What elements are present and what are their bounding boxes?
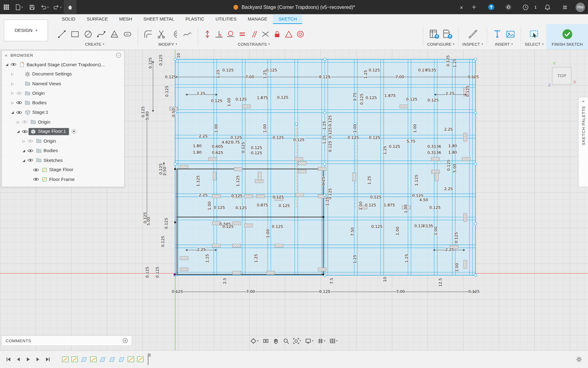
select-menu[interactable]: SELECT▾ [525,42,544,47]
visibility-eye-off-icon[interactable] [21,120,28,124]
skip-to-end-button[interactable] [45,357,50,362]
trim-tool-button[interactable] [155,27,168,41]
orbit-button[interactable]: ▾ [250,337,259,345]
job-status-button[interactable] [519,0,532,14]
apps-launcher-button[interactable] [558,0,571,14]
perpendicular-constraint-button[interactable] [213,27,225,41]
rectangle-tool-button[interactable] [69,27,81,41]
fit-button[interactable]: ▾ [292,337,302,345]
new-tab-button[interactable] [468,0,481,14]
spline-tool-button[interactable] [95,27,108,41]
horizontal-vertical-constraint-button[interactable] [202,27,213,41]
tangent-constraint-button[interactable] [225,27,236,41]
concentric-constraint-button[interactable] [295,27,306,41]
visibility-eye-icon[interactable] [27,158,34,162]
tree-node[interactable]: Origin [28,118,53,125]
tree-node[interactable]: Floor Frame [40,176,78,183]
tab-manage[interactable]: MANAGE [242,14,273,24]
expander-closed-icon[interactable]: ▷ [15,120,21,124]
expander-closed-icon[interactable]: ▷ [10,91,15,95]
timeline-feature-plane-3[interactable] [80,356,88,363]
timeline-feature-plane-7[interactable] [118,356,125,363]
tree-node[interactable]: Sketches [34,157,66,164]
timeline-feature-sketch-8[interactable] [127,356,134,363]
tree-node[interactable]: Origin [34,137,59,144]
file-menu-button[interactable]: ▾ [13,0,26,14]
tab-surface[interactable]: SURFACE [81,14,114,24]
browser-row-floor-frame[interactable]: Floor Frame [2,174,124,184]
expander-closed-icon[interactable]: ▷ [10,101,15,105]
tab-utilities[interactable]: UTILITIES [210,14,242,24]
pan-button[interactable] [272,337,279,345]
step-back-button[interactable] [16,357,21,362]
browser-row-bodies[interactable]: ▷Bodies [2,98,124,108]
step-forward-button[interactable] [35,357,40,362]
browser-row-stage-floor-1[interactable]: ◢Stage Floor:1 [2,127,124,136]
expander-open-icon[interactable]: ◢ [4,63,9,66]
play-button[interactable] [25,357,31,362]
browser-row-origin[interactable]: ▷Origin [2,136,124,146]
collapse-tree-icon[interactable] [116,52,121,58]
expander-open-icon[interactable]: ◢ [10,110,15,114]
timeline-feature-sketch-9[interactable] [137,356,144,363]
configuration-button[interactable] [428,27,441,41]
close-tab-icon[interactable]: × [460,4,463,10]
browser-row-document-settings[interactable]: ▷Document Settings [2,69,124,79]
visibility-eye-icon[interactable] [21,129,28,133]
timeline-settings-button[interactable] [576,356,588,362]
tree-node[interactable]: Bodies [34,147,61,154]
insert-derive-button[interactable] [491,27,504,41]
expander-open-icon[interactable]: ◢ [21,158,27,162]
browser-row-origin[interactable]: ▷Origin [2,117,124,127]
tree-node[interactable]: Backyard Stage (Corner Trapdoors)... [17,61,108,68]
select-button[interactable] [528,27,541,41]
browser-row-origin[interactable]: ▷Origin [2,88,124,98]
comments-bar[interactable]: COMMENTS [2,335,132,346]
visibility-eye-icon[interactable] [32,177,40,181]
expander-closed-icon[interactable]: ▷ [10,82,15,86]
tree-node[interactable]: Stage:1 [23,109,51,116]
browser-row-stage-1[interactable]: ◢Stage:1 [2,108,124,117]
tab-sketch[interactable]: SKETCH [273,14,302,24]
visibility-eye-off-icon[interactable] [27,139,34,143]
browser-row-bodies[interactable]: ◢Bodies [2,146,124,155]
design-selector[interactable]: DESIGN ▾ [4,20,48,41]
modify-menu[interactable]: MODIFY▾ [158,42,177,47]
symmetry-constraint-button[interactable] [260,27,271,41]
timeline-position-marker[interactable] [145,353,151,366]
undo-button[interactable]: ▾ [38,0,51,14]
finish-sketch-group[interactable]: FINISH SKETCH [547,24,588,49]
create-menu[interactable]: CREATE▾ [85,42,104,47]
polygon-tool-button[interactable] [108,27,121,41]
save-button[interactable] [25,0,38,14]
tab-mesh[interactable]: MESH [114,14,138,24]
timeline-feature-sketch-4[interactable] [90,356,97,363]
expander-open-icon[interactable]: ◢ [21,149,27,152]
grid-settings-button[interactable]: ▾ [317,337,326,345]
offset-tool-button[interactable] [168,27,181,41]
collapse-panel-icon[interactable]: « [5,52,7,58]
circle-tool-button[interactable] [82,27,95,41]
browser-row-sketches[interactable]: ◢Sketches [2,155,124,165]
selected-tree-node[interactable]: Stage Floor:1 [28,128,69,135]
sync-status-button[interactable] [485,0,498,14]
finish-sketch-button[interactable] [561,27,574,41]
redo-button[interactable]: ▾ [51,0,64,14]
viewcube-face[interactable]: TOP [552,67,571,85]
project-curve-button[interactable] [181,27,194,41]
tree-node[interactable]: Named Views [23,80,64,87]
line-tool-button[interactable] [55,27,68,41]
fix-constraint-button[interactable] [272,27,283,41]
insert-menu[interactable]: INSERT▾ [495,42,513,47]
expander-open-icon[interactable]: ◢ [15,130,21,133]
equal-constraint-button[interactable] [237,27,248,41]
look-at-button[interactable] [262,337,269,345]
visibility-eye-icon[interactable] [15,101,23,105]
timeline-feature-plane-6[interactable] [108,356,116,363]
avatar[interactable]: RM [576,2,585,12]
parallel-constraint-button[interactable] [248,27,260,41]
visibility-eye-off-icon[interactable] [15,91,23,95]
inspect-menu[interactable]: INSPECT▾ [462,42,483,47]
timeline-feature-plane-5[interactable] [99,356,106,363]
activate-component-radio[interactable] [71,129,77,134]
